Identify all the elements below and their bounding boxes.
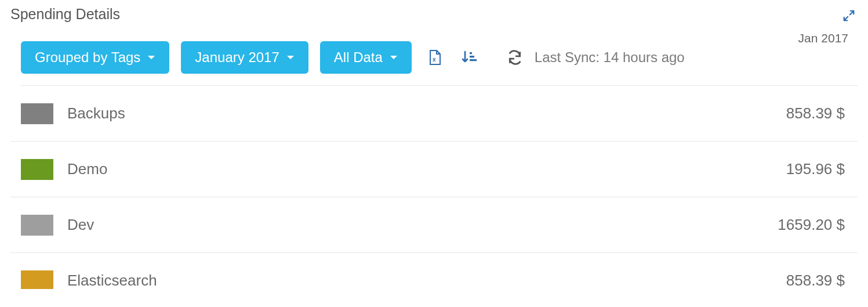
- expand-icon[interactable]: [842, 9, 855, 22]
- toolbar: Grouped by Tags January 2017 All Data x: [21, 41, 858, 86]
- period-label: January 2017: [195, 49, 279, 66]
- svg-rect-3: [470, 59, 477, 61]
- row-label: Elasticsearch: [67, 272, 786, 289]
- group-by-label: Grouped by Tags: [35, 49, 140, 66]
- row-label: Demo: [67, 160, 786, 178]
- row-label: Backups: [67, 104, 786, 122]
- caret-down-icon: [147, 55, 155, 60]
- caret-down-icon: [286, 55, 295, 60]
- color-swatch: [21, 270, 53, 290]
- row-amount: 858.39 $: [786, 104, 847, 122]
- list-row[interactable]: Demo195.96 $: [10, 142, 858, 197]
- panel-title: Spending Details: [10, 6, 858, 23]
- scope-label: All Data: [334, 49, 383, 66]
- list-row[interactable]: Elasticsearch858.39 $: [10, 253, 858, 289]
- refresh-icon[interactable]: [503, 46, 526, 69]
- last-sync-text: Last Sync: 14 hours ago: [535, 49, 685, 66]
- row-amount: 858.39 $: [786, 272, 847, 289]
- row-label: Dev: [67, 216, 778, 234]
- svg-text:x: x: [433, 56, 436, 63]
- date-badge: Jan 2017: [798, 31, 848, 45]
- caret-down-icon: [390, 55, 398, 60]
- color-swatch: [21, 159, 53, 180]
- scope-dropdown[interactable]: All Data: [320, 41, 412, 74]
- group-by-dropdown[interactable]: Grouped by Tags: [21, 41, 169, 74]
- period-dropdown[interactable]: January 2017: [181, 41, 308, 74]
- color-swatch: [21, 103, 53, 124]
- color-swatch: [21, 215, 53, 236]
- row-amount: 1659.20 $: [778, 216, 847, 234]
- export-excel-icon[interactable]: x: [423, 46, 446, 69]
- spending-list[interactable]: Backups858.39 $Demo195.96 $Dev1659.20 $E…: [10, 86, 858, 289]
- svg-rect-2: [470, 56, 474, 57]
- row-amount: 195.96 $: [786, 160, 847, 178]
- list-row[interactable]: Backups858.39 $: [10, 86, 858, 142]
- list-row[interactable]: Dev1659.20 $: [10, 197, 858, 253]
- svg-rect-1: [470, 52, 472, 54]
- sort-icon[interactable]: [458, 46, 481, 69]
